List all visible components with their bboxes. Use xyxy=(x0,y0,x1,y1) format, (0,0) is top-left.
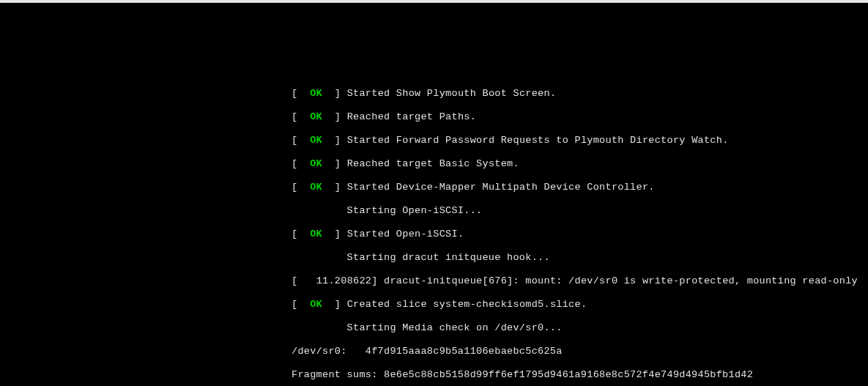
bracket-open: [ xyxy=(292,275,297,286)
boot-line: [ OK ] Created slice system-checkisomd5.… xyxy=(292,299,868,311)
status-ok: OK xyxy=(310,229,322,240)
boot-message: dracut-initqueue[676]: mount: /dev/sr0 i… xyxy=(384,275,858,286)
boot-message: Created slice system-checkisomd5.slice. xyxy=(347,299,587,310)
boot-message: Started Show Plymouth Boot Screen. xyxy=(347,88,557,99)
status-ok: OK xyxy=(310,111,322,122)
bracket-open: [ xyxy=(292,229,297,240)
boot-line: Fragment sums: 8e6e5c88cb5158d99ff6ef179… xyxy=(292,369,868,381)
boot-line: /dev/sr0: 4f7d915aaa8c9b5a1106ebaebc5c62… xyxy=(292,346,868,357)
bracket-close: ] xyxy=(335,135,341,146)
bracket-close: ] xyxy=(335,182,341,193)
bracket-close: ] xyxy=(371,275,377,286)
boot-message: Reached target Basic System. xyxy=(347,158,519,169)
status-ok: OK xyxy=(310,88,322,99)
bracket-open: [ xyxy=(292,158,297,169)
bracket-open: [ xyxy=(292,111,297,122)
bracket-open: [ xyxy=(292,182,297,193)
boot-console: [ OK ] Started Show Plymouth Boot Screen… xyxy=(0,3,868,386)
device-hash: /dev/sr0: 4f7d915aaa8c9b5a1106ebaebc5c62… xyxy=(292,346,563,357)
boot-message: Starting dracut initqueue hook... xyxy=(292,252,550,263)
kernel-timestamp: 11.208622 xyxy=(316,275,372,286)
boot-line: [ OK ] Started Forward Password Requests… xyxy=(292,135,868,146)
status-ok: OK xyxy=(310,158,322,169)
bracket-close: ] xyxy=(335,158,341,169)
bracket-open: [ xyxy=(292,88,297,99)
boot-line: Starting Open-iSCSI... xyxy=(292,205,868,217)
fragment-sums: Fragment sums: 8e6e5c88cb5158d99ff6ef179… xyxy=(292,369,753,380)
boot-message: Started Forward Password Requests to Ply… xyxy=(347,135,729,146)
boot-line: Starting dracut initqueue hook... xyxy=(292,252,868,264)
boot-line: [ 11.208622] dracut-initqueue[676]: moun… xyxy=(292,275,868,287)
bracket-close: ] xyxy=(335,299,341,310)
boot-message: Started Open-iSCSI. xyxy=(347,229,464,240)
bracket-open: [ xyxy=(292,135,297,146)
status-ok: OK xyxy=(310,135,322,146)
boot-line: Starting Media check on /dev/sr0... xyxy=(292,322,868,334)
bracket-close: ] xyxy=(335,111,341,122)
boot-line: [ OK ] Reached target Paths. xyxy=(292,111,868,123)
bracket-open: [ xyxy=(292,299,297,310)
status-ok: OK xyxy=(310,182,322,193)
boot-line: [ OK ] Started Device-Mapper Multipath D… xyxy=(292,182,868,193)
status-ok: OK xyxy=(310,299,322,310)
boot-message: Reached target Paths. xyxy=(347,111,476,122)
boot-line: [ OK ] Started Show Plymouth Boot Screen… xyxy=(292,88,868,100)
bracket-close: ] xyxy=(335,229,341,240)
boot-message: Starting Open-iSCSI... xyxy=(292,205,482,216)
bracket-close: ] xyxy=(335,88,341,99)
boot-line: [ OK ] Reached target Basic System. xyxy=(292,158,868,170)
boot-line: [ OK ] Started Open-iSCSI. xyxy=(292,229,868,240)
boot-message: Started Device-Mapper Multipath Device C… xyxy=(347,182,655,193)
boot-message: Starting Media check on /dev/sr0... xyxy=(292,322,563,333)
